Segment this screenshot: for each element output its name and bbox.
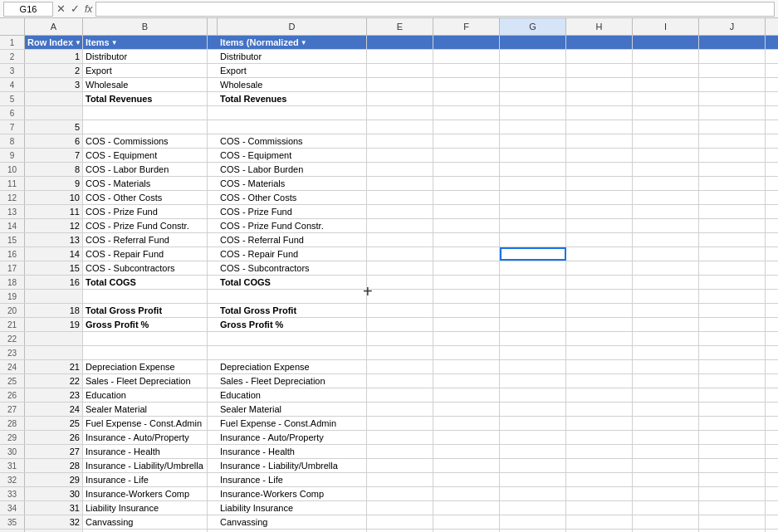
cell-i-22[interactable] — [633, 332, 699, 345]
cell-f-9[interactable] — [433, 149, 500, 162]
cell-g-26[interactable] — [500, 388, 566, 402]
cell-k-34[interactable] — [766, 501, 778, 515]
cancel-formula-icon[interactable]: ✕ — [56, 2, 66, 15]
cell-f-20[interactable] — [433, 304, 500, 317]
cell-k-25[interactable] — [766, 374, 778, 388]
cell-d-12[interactable]: COS - Other Costs — [218, 191, 367, 204]
cell-e-16[interactable] — [367, 247, 433, 261]
cell-d-29[interactable]: Insurance - Auto/Property — [218, 431, 367, 444]
cell-i-14[interactable] — [633, 219, 699, 232]
cell-i-3[interactable] — [633, 64, 699, 77]
cell-i-19[interactable] — [633, 290, 699, 303]
cell-c-20[interactable] — [208, 304, 218, 317]
cell-e-25[interactable] — [367, 374, 433, 388]
table-row[interactable]: 43WholesaleWholesale — [0, 78, 778, 92]
cell-f-24[interactable] — [433, 360, 500, 373]
cell-j-29[interactable] — [699, 431, 766, 444]
col-header-h[interactable]: H — [566, 18, 633, 35]
cell-e-3[interactable] — [367, 64, 433, 77]
cell-h-1[interactable] — [566, 36, 633, 49]
cell-b-28[interactable]: Fuel Expense - Const.Admin — [83, 417, 208, 430]
cell-k-11[interactable] — [766, 177, 778, 190]
col-header-g[interactable]: G — [500, 18, 566, 35]
cell-k-19[interactable] — [766, 290, 778, 303]
cell-d-1[interactable]: Items (Normalized ▼ — [218, 36, 367, 49]
cell-f-21[interactable] — [433, 318, 500, 331]
table-row[interactable]: 2926Insurance - Auto/PropertyInsurance -… — [0, 431, 778, 445]
cell-h-7[interactable] — [566, 120, 633, 134]
cell-c-28[interactable] — [208, 417, 218, 430]
cell-a-12[interactable]: 10 — [25, 191, 83, 204]
cell-e-24[interactable] — [367, 360, 433, 373]
fx-icon[interactable]: fx — [85, 3, 92, 15]
cell-a-34[interactable]: 31 — [25, 501, 83, 515]
cell-j-30[interactable] — [699, 445, 766, 458]
cell-c-13[interactable] — [208, 205, 218, 218]
cell-h-11[interactable] — [566, 177, 633, 190]
cell-j-12[interactable] — [699, 191, 766, 204]
cell-e-10[interactable] — [367, 163, 433, 176]
cell-b-33[interactable]: Insurance-Workers Comp — [83, 487, 208, 500]
col-header-i[interactable]: I — [633, 18, 699, 35]
cell-g-5[interactable] — [500, 92, 566, 105]
cell-e-11[interactable] — [367, 177, 433, 190]
cell-j-9[interactable] — [699, 149, 766, 162]
cell-j-15[interactable] — [699, 233, 766, 246]
cell-k-27[interactable] — [766, 403, 778, 416]
cell-k-35[interactable] — [766, 515, 778, 529]
cell-f-34[interactable] — [433, 501, 500, 515]
cell-a-20[interactable]: 18 — [25, 304, 83, 317]
cell-h-20[interactable] — [566, 304, 633, 317]
cell-a-9[interactable]: 7 — [25, 149, 83, 162]
cell-e-31[interactable] — [367, 459, 433, 472]
cell-g-31[interactable] — [500, 459, 566, 472]
cell-b-13[interactable]: COS - Prize Fund — [83, 205, 208, 218]
cell-g-8[interactable] — [500, 134, 566, 148]
cell-b-29[interactable]: Insurance - Auto/Property — [83, 431, 208, 444]
cell-a-27[interactable]: 24 — [25, 403, 83, 416]
cell-i-24[interactable] — [633, 360, 699, 373]
cell-f-15[interactable] — [433, 233, 500, 246]
cell-h-30[interactable] — [566, 445, 633, 458]
cell-h-4[interactable] — [566, 78, 633, 91]
cell-g-13[interactable] — [500, 205, 566, 218]
cell-b-15[interactable]: COS - Referral Fund — [83, 233, 208, 246]
cell-g-6[interactable] — [500, 106, 566, 120]
dropdown-arrow-icon[interactable]: ▼ — [111, 39, 118, 46]
cell-k-28[interactable] — [766, 417, 778, 430]
cell-i-16[interactable] — [633, 247, 699, 261]
cell-h-9[interactable] — [566, 149, 633, 162]
col-header-f[interactable]: F — [433, 18, 500, 35]
cell-f-33[interactable] — [433, 487, 500, 500]
table-row[interactable]: 2825Fuel Expense - Const.AdminFuel Expen… — [0, 417, 778, 431]
cell-a-22[interactable] — [25, 332, 83, 345]
cell-h-26[interactable] — [566, 388, 633, 402]
cell-i-6[interactable] — [633, 106, 699, 120]
cell-f-32[interactable] — [433, 473, 500, 486]
cell-a-11[interactable]: 9 — [25, 177, 83, 190]
cell-i-5[interactable] — [633, 92, 699, 105]
cell-j-26[interactable] — [699, 388, 766, 402]
cell-j-7[interactable] — [699, 120, 766, 134]
cell-f-17[interactable] — [433, 261, 500, 275]
table-row[interactable]: 6 — [0, 106, 778, 120]
cell-h-34[interactable] — [566, 501, 633, 515]
cell-j-31[interactable] — [699, 459, 766, 472]
cell-b-20[interactable]: Total Gross Profit — [83, 304, 208, 317]
cell-e-14[interactable] — [367, 219, 433, 232]
cell-b-34[interactable]: Liability Insurance — [83, 501, 208, 515]
table-row[interactable]: 2421Depreciation ExpenseDepreciation Exp… — [0, 360, 778, 374]
cell-j-21[interactable] — [699, 318, 766, 331]
cell-d-18[interactable]: Total COGS — [218, 276, 367, 289]
cell-d-7[interactable] — [218, 120, 367, 134]
cell-b-3[interactable]: Export — [83, 64, 208, 77]
cell-c-18[interactable] — [208, 276, 218, 289]
cell-d-25[interactable]: Sales - Fleet Depreciation — [218, 374, 367, 388]
cell-j-5[interactable] — [699, 92, 766, 105]
cell-i-31[interactable] — [633, 459, 699, 472]
cell-k-6[interactable] — [766, 106, 778, 120]
cell-a-10[interactable]: 8 — [25, 163, 83, 176]
cell-b-4[interactable]: Wholesale — [83, 78, 208, 91]
cell-j-8[interactable] — [699, 134, 766, 148]
cell-e-2[interactable] — [367, 50, 433, 63]
